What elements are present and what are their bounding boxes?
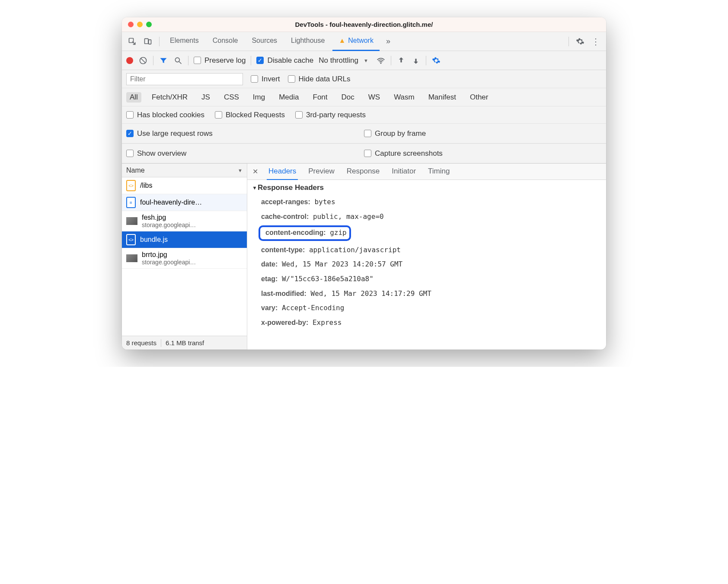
checkbox-icon bbox=[126, 130, 134, 137]
more-tabs-icon[interactable]: » bbox=[381, 35, 395, 48]
blocked-requests-checkbox[interactable]: Blocked Requests bbox=[215, 111, 285, 119]
large-rows-checkbox[interactable]: Use large request rows bbox=[126, 129, 213, 138]
device-toggle-icon[interactable] bbox=[141, 35, 155, 48]
detail-tab-timing[interactable]: Timing bbox=[426, 164, 451, 180]
header-key: vary: bbox=[261, 304, 278, 311]
header-key: date: bbox=[261, 260, 278, 268]
group-by-frame-checkbox[interactable]: Group by frame bbox=[364, 129, 426, 138]
capture-screenshots-checkbox[interactable]: Capture screenshots bbox=[364, 149, 443, 158]
show-overview-checkbox[interactable]: Show overview bbox=[126, 149, 186, 158]
header-value: W/"15cc63-186e5a210a8" bbox=[282, 275, 374, 283]
resource-types-row: All Fetch/XHR JS CSS Img Media Font Doc … bbox=[122, 88, 606, 106]
type-font[interactable]: Font bbox=[310, 92, 331, 103]
header-row: accept-ranges: bytes bbox=[253, 195, 600, 209]
header-value: bytes bbox=[314, 198, 335, 206]
request-row[interactable]: brrto.jpgstorage.googleapi… bbox=[122, 248, 247, 269]
disable-cache-checkbox[interactable]: Disable cache bbox=[256, 56, 313, 65]
titlebar: DevTools - foul-heavenly-direction.glitc… bbox=[122, 17, 606, 32]
maximize-window-button[interactable] bbox=[146, 22, 152, 27]
type-doc[interactable]: Doc bbox=[338, 92, 358, 103]
header-key: etag: bbox=[261, 275, 278, 282]
image-file-icon bbox=[126, 217, 137, 225]
warning-icon: ▲ bbox=[338, 37, 345, 45]
response-headers-section[interactable]: Response Headers bbox=[253, 183, 600, 192]
svg-point-5 bbox=[380, 63, 381, 64]
clear-icon[interactable] bbox=[138, 56, 148, 65]
request-name: fesh.jpg bbox=[142, 214, 243, 221]
filter-input[interactable] bbox=[126, 73, 243, 85]
invert-checkbox[interactable]: Invert bbox=[251, 75, 280, 83]
header-row: x-powered-by: Express bbox=[253, 315, 600, 330]
request-name: /libs bbox=[140, 182, 243, 189]
tab-sources[interactable]: Sources bbox=[246, 32, 283, 51]
record-button[interactable] bbox=[126, 57, 133, 64]
svg-point-4 bbox=[175, 58, 179, 62]
options-row-2: Show overview Capture screenshots bbox=[122, 144, 606, 164]
header-key: cache-control: bbox=[261, 213, 309, 220]
header-value: Wed, 15 Mar 2023 14:20:57 GMT bbox=[282, 260, 402, 268]
type-js[interactable]: JS bbox=[198, 92, 214, 103]
request-row[interactable]: <>/libs bbox=[122, 177, 247, 194]
type-wasm[interactable]: Wasm bbox=[390, 92, 418, 103]
preserve-log-checkbox[interactable]: Preserve log bbox=[194, 56, 246, 65]
type-img[interactable]: Img bbox=[249, 92, 268, 103]
checkbox-icon bbox=[215, 111, 222, 119]
network-conditions-icon[interactable] bbox=[376, 56, 386, 65]
request-row[interactable]: fesh.jpgstorage.googleapi… bbox=[122, 211, 247, 231]
upload-har-icon[interactable] bbox=[396, 56, 406, 65]
tab-network[interactable]: ▲ Network bbox=[332, 32, 380, 51]
type-manifest[interactable]: Manifest bbox=[425, 92, 460, 103]
checkbox-icon bbox=[364, 130, 371, 137]
document-file-icon: ≡ bbox=[126, 197, 136, 208]
close-window-button[interactable] bbox=[128, 22, 134, 27]
type-css[interactable]: CSS bbox=[220, 92, 243, 103]
network-settings-icon[interactable] bbox=[431, 56, 441, 65]
tab-console[interactable]: Console bbox=[207, 32, 244, 51]
has-blocked-cookies-checkbox[interactable]: Has blocked cookies bbox=[126, 111, 204, 119]
filter-toggle-icon[interactable] bbox=[159, 56, 168, 65]
checkbox-icon bbox=[256, 57, 264, 64]
inspect-icon[interactable] bbox=[125, 35, 139, 48]
header-row: last-modified: Wed, 15 Mar 2023 14:17:29… bbox=[253, 286, 600, 301]
header-row: content-encoding: gzip bbox=[253, 224, 600, 243]
header-value: application/javascript bbox=[309, 246, 401, 254]
detail-tab-preview[interactable]: Preview bbox=[307, 164, 336, 180]
type-all[interactable]: All bbox=[126, 92, 141, 103]
request-list: <>/libs≡foul-heavenly-dire…fesh.jpgstora… bbox=[122, 177, 247, 336]
third-party-checkbox[interactable]: 3rd-party requests bbox=[295, 111, 366, 119]
column-header-name[interactable]: Name ▼ bbox=[122, 164, 247, 177]
detail-tab-initiator[interactable]: Initiator bbox=[390, 164, 418, 180]
header-value: gzip bbox=[330, 228, 347, 237]
request-name: bundle.js bbox=[140, 236, 243, 244]
type-other[interactable]: Other bbox=[466, 92, 492, 103]
close-detail-icon[interactable]: ✕ bbox=[252, 167, 258, 176]
checkbox-icon bbox=[126, 111, 134, 119]
download-har-icon[interactable] bbox=[411, 56, 421, 65]
header-value: Express bbox=[313, 318, 342, 327]
search-icon[interactable] bbox=[173, 56, 183, 65]
request-row[interactable]: <>bundle.js bbox=[122, 231, 247, 248]
header-key: x-powered-by: bbox=[261, 319, 308, 326]
detail-tab-headers[interactable]: Headers bbox=[267, 164, 298, 180]
request-row[interactable]: ≡foul-heavenly-dire… bbox=[122, 194, 247, 211]
settings-icon[interactable] bbox=[573, 35, 587, 48]
minimize-window-button[interactable] bbox=[137, 22, 143, 27]
request-name: brrto.jpg bbox=[142, 251, 243, 259]
checkbox-icon bbox=[288, 75, 295, 83]
checkbox-icon bbox=[194, 57, 201, 64]
type-ws[interactable]: WS bbox=[365, 92, 383, 103]
main-tabbar: Elements Console Sources Lighthouse ▲ Ne… bbox=[122, 32, 606, 51]
script-file-icon: <> bbox=[126, 234, 136, 245]
detail-panel: ✕ Headers Preview Response Initiator Tim… bbox=[247, 164, 606, 350]
headers-panel: Response Headers accept-ranges: bytescac… bbox=[247, 180, 606, 333]
detail-tab-response[interactable]: Response bbox=[345, 164, 382, 180]
tab-elements[interactable]: Elements bbox=[164, 32, 205, 51]
tab-lighthouse[interactable]: Lighthouse bbox=[285, 32, 331, 51]
window-controls bbox=[128, 22, 152, 27]
throttling-select[interactable]: No throttling ▼ bbox=[319, 56, 371, 65]
type-media[interactable]: Media bbox=[275, 92, 302, 103]
type-fetch-xhr[interactable]: Fetch/XHR bbox=[148, 92, 191, 103]
filter-row: Invert Hide data URLs bbox=[122, 70, 606, 88]
kebab-menu-icon[interactable]: ⋮ bbox=[589, 35, 603, 48]
hide-data-urls-checkbox[interactable]: Hide data URLs bbox=[288, 75, 351, 83]
